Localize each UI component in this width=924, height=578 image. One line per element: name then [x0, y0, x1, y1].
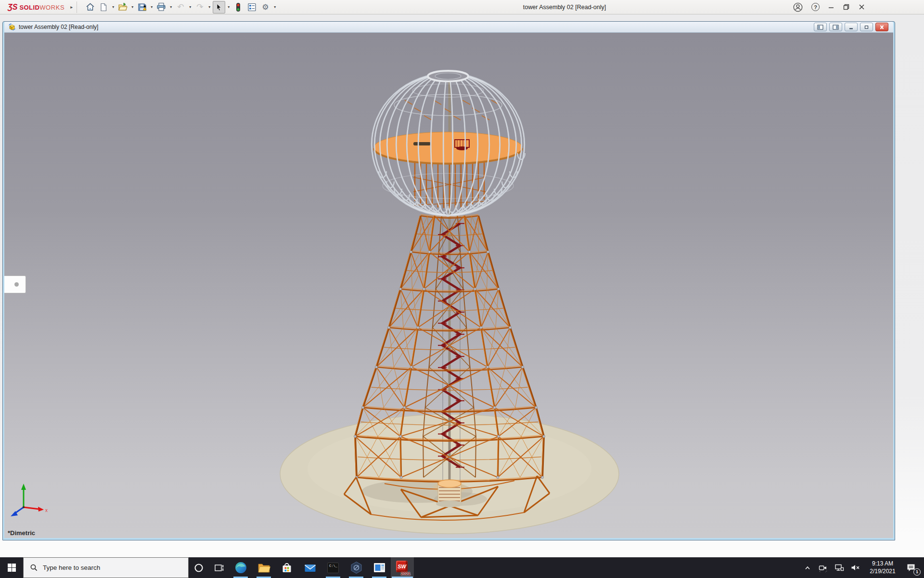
- cortana-icon: [193, 563, 204, 573]
- triad-x-label: x: [45, 508, 48, 513]
- doc-close-button[interactable]: [875, 23, 888, 31]
- taskbar-app-mail[interactable]: [298, 557, 321, 578]
- undo-button[interactable]: ↶: [174, 1, 187, 13]
- tile-left-icon: [817, 25, 823, 30]
- print-dropdown[interactable]: ▾: [168, 5, 173, 9]
- network-icon[interactable]: [834, 564, 844, 572]
- file-explorer-icon: [257, 562, 270, 574]
- print-button[interactable]: [155, 1, 167, 13]
- taskbar-clock[interactable]: 9:13 AM 2/19/2021: [867, 560, 898, 575]
- select-tool-button[interactable]: [213, 1, 225, 13]
- gear-icon: ⚙: [262, 3, 269, 11]
- solidworks-logo: ƷS SOLID WORKS: [8, 3, 64, 12]
- action-center-button[interactable]: 1: [905, 562, 917, 574]
- model-viewport[interactable]: x *Dimetric: [4, 33, 893, 538]
- traffic-light-icon: [235, 2, 241, 12]
- app-window-controls: ?: [793, 2, 865, 13]
- system-tray: 9:13 AM 2/19/2021 1: [803, 557, 924, 578]
- ds-logo-mark: ƷS: [8, 3, 17, 12]
- select-cursor-icon: [215, 3, 223, 12]
- taskbar-app-edrawings[interactable]: [345, 557, 368, 578]
- new-document-icon: [99, 3, 108, 12]
- doc-minimize-icon: [848, 25, 854, 30]
- print-icon: [156, 2, 166, 12]
- home-button[interactable]: [84, 1, 96, 13]
- app-titlebar: ƷS SOLID WORKS ▸ ▾: [0, 0, 924, 14]
- redo-icon: ↷: [196, 3, 203, 11]
- status-lights-button[interactable]: [232, 1, 244, 13]
- app-window-icon: [373, 562, 386, 573]
- taskbar-app-solidworks-2021[interactable]: SW 2021: [391, 557, 414, 578]
- taskbar-app-file-explorer[interactable]: [252, 557, 275, 578]
- hidden-icons-chevron[interactable]: [803, 564, 812, 572]
- feature-pane-collapsed-tab[interactable]: [4, 276, 26, 293]
- toolbar-separator: [77, 1, 77, 13]
- help-icon[interactable]: ?: [811, 3, 820, 11]
- document-titlebar[interactable]: tower Assembly 02 [Read-only]: [4, 22, 893, 33]
- redo-button[interactable]: ↷: [193, 1, 206, 13]
- restore-icon[interactable]: [843, 3, 850, 11]
- new-document-button[interactable]: [97, 1, 110, 13]
- command-prompt-icon: C:\_: [327, 563, 339, 573]
- view-orientation-label: *Dimetric: [8, 529, 35, 537]
- microsoft-store-icon: [281, 562, 293, 574]
- assembly-document-icon: [8, 23, 16, 31]
- document-title: tower Assembly 02 [Read-only]: [19, 24, 98, 30]
- home-icon: [86, 2, 95, 12]
- doc-close-icon: [879, 25, 885, 30]
- close-icon[interactable]: [858, 3, 865, 11]
- document-window-controls: [814, 23, 888, 31]
- account-icon[interactable]: [793, 2, 803, 13]
- taskbar-app-microsoft-store[interactable]: [275, 557, 298, 578]
- save-button[interactable]: [136, 1, 148, 13]
- solidworks-year-badge: 2021: [401, 571, 411, 576]
- search-icon: [30, 564, 38, 572]
- options-button[interactable]: ⚙: [259, 1, 271, 13]
- screen: ƷS SOLID WORKS ▸ ▾: [0, 0, 924, 578]
- edge-icon: [234, 561, 247, 574]
- document-window: tower Assembly 02 [Read-only]: [2, 21, 895, 540]
- start-button[interactable]: [0, 557, 23, 578]
- tower-3d-model: x: [4, 33, 893, 538]
- meet-now-icon[interactable]: [818, 564, 828, 572]
- open-dropdown[interactable]: ▾: [130, 5, 135, 9]
- save-dropdown[interactable]: ▾: [149, 5, 154, 9]
- design-checker-button[interactable]: [245, 1, 258, 13]
- tile-right-button[interactable]: [829, 23, 842, 31]
- doc-restore-button[interactable]: [860, 23, 873, 31]
- app-title: tower Assembly 02 [Read-only]: [337, 4, 792, 11]
- tile-right-icon: [833, 25, 839, 30]
- mail-icon: [304, 562, 317, 574]
- taskbar-app-window[interactable]: [368, 557, 391, 578]
- tile-left-button[interactable]: [814, 23, 827, 31]
- open-folder-icon: [118, 2, 128, 12]
- select-tool-dropdown[interactable]: ▾: [226, 5, 231, 9]
- quick-toolbar: ▾ ▾ ▾: [84, 1, 277, 13]
- taskbar: Type here to search: [0, 557, 924, 578]
- volume-muted-icon[interactable]: [850, 564, 860, 572]
- redo-dropdown[interactable]: ▾: [207, 5, 212, 9]
- edrawings-hexagon-icon: [350, 561, 363, 574]
- work-area: tower Assembly 02 [Read-only]: [0, 14, 924, 557]
- search-placeholder: Type here to search: [43, 564, 100, 571]
- new-document-dropdown[interactable]: ▾: [111, 5, 116, 9]
- clock-time: 9:13 AM: [867, 560, 898, 568]
- task-list-icon: [247, 3, 257, 12]
- doc-minimize-button[interactable]: [845, 23, 858, 31]
- taskbar-app-command-prompt[interactable]: C:\_: [321, 557, 345, 578]
- task-view-button[interactable]: [209, 557, 229, 578]
- doc-restore-icon: [863, 25, 870, 30]
- options-dropdown[interactable]: ▾: [272, 5, 277, 9]
- clock-date: 2/19/2021: [867, 568, 898, 576]
- undo-dropdown[interactable]: ▾: [188, 5, 192, 9]
- open-button[interactable]: [116, 1, 129, 13]
- minimize-icon[interactable]: [828, 4, 834, 11]
- cortana-button[interactable]: [189, 557, 209, 578]
- menu-expand-arrow[interactable]: ▸: [70, 4, 73, 10]
- save-icon: [138, 2, 147, 12]
- solidworks-2021-icon: SW 2021: [395, 561, 410, 575]
- task-view-icon: [214, 563, 224, 573]
- pane-handle-dot: [14, 282, 19, 287]
- taskbar-app-edge[interactable]: [229, 557, 252, 578]
- search-input[interactable]: Type here to search: [23, 557, 189, 578]
